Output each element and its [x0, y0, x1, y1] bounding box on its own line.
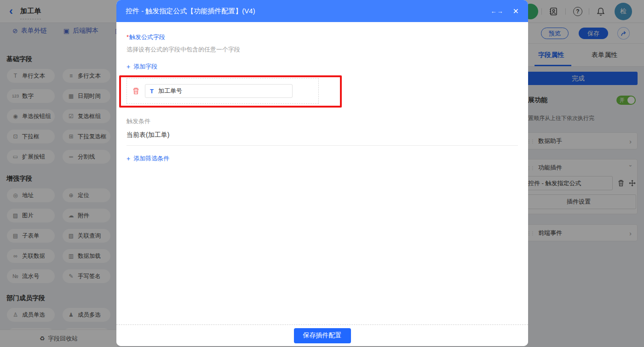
- trigger-condition-label: 触发条件: [126, 117, 518, 125]
- delete-field-trash-icon[interactable]: [132, 87, 139, 95]
- plus-icon: +: [126, 155, 130, 162]
- plugin-config-modal: 控件 - 触发指定公式【功能插件配置】(V4) ←→ ✕ *触发公式字段 选择设…: [116, 0, 528, 346]
- selected-field-name: 加工单号: [158, 87, 182, 95]
- expand-icon[interactable]: ←→: [491, 8, 504, 15]
- trigger-condition-value[interactable]: 当前表(加工单): [126, 131, 518, 146]
- modal-body: *触发公式字段 选择设有公式的字段中包含的任意一个字段 + 添加字段 T 加工单…: [116, 22, 528, 324]
- text-type-icon: T: [150, 88, 154, 95]
- required-mark: *: [126, 34, 129, 40]
- trigger-field-label-text: 触发公式字段: [129, 34, 165, 40]
- selected-field-chip[interactable]: T 加工单号: [145, 84, 293, 98]
- modal-title: 控件 - 触发指定公式【功能插件配置】(V4): [126, 7, 255, 16]
- trigger-field-description: 选择设有公式的字段中包含的任意一个字段: [126, 46, 518, 54]
- close-icon[interactable]: ✕: [513, 7, 519, 16]
- selected-field-row: T 加工单号: [126, 78, 319, 104]
- add-field-label: 添加字段: [133, 63, 157, 71]
- save-plugin-config-button[interactable]: 保存插件配置: [294, 328, 351, 343]
- trigger-field-label: *触发公式字段: [126, 33, 518, 41]
- modal-footer: 保存插件配置: [116, 324, 528, 346]
- modal-header[interactable]: 控件 - 触发指定公式【功能插件配置】(V4) ←→ ✕: [116, 0, 528, 22]
- plus-icon: +: [126, 63, 130, 70]
- add-field-link[interactable]: + 添加字段: [126, 63, 157, 71]
- add-filter-link[interactable]: + 添加筛选条件: [126, 154, 169, 163]
- add-filter-label: 添加筛选条件: [133, 154, 169, 163]
